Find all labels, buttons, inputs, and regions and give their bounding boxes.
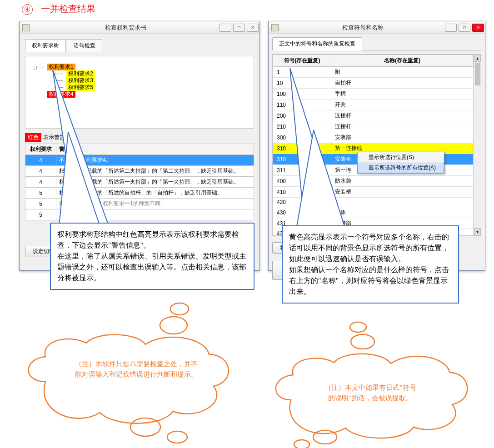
svg-point-7 xyxy=(167,431,187,443)
maximize-button[interactable]: □ xyxy=(459,24,470,32)
cloud-note-right: （注）本文中如果有日式"符号的说明"的话，会被误提取。 xyxy=(302,383,439,403)
svg-point-11 xyxy=(294,440,309,448)
legend-chip-red: 红色 xyxy=(25,133,41,142)
minimize-button[interactable]: — xyxy=(220,24,231,32)
claim-tag[interactable]: 权利要求1 xyxy=(47,64,75,70)
svg-point-5 xyxy=(160,317,187,334)
minimize-button[interactable]: — xyxy=(445,24,457,32)
window-title: 检查符号和名称 xyxy=(281,24,444,32)
scroll-up-button[interactable]: ▲ xyxy=(474,55,481,62)
tab-duplicate-check[interactable]: 正文中的符号和名称的重复检查 xyxy=(272,37,362,50)
scroll-down-button[interactable]: ▼ xyxy=(474,228,481,235)
titlebar: 检查权利要求书 — □ ✕ xyxy=(20,21,259,34)
cloud-right-shape xyxy=(254,314,486,448)
svg-point-10 xyxy=(313,430,337,444)
svg-marker-1 xyxy=(59,132,100,226)
svg-point-6 xyxy=(130,418,160,436)
tab-claims-tree[interactable]: 权利要求树 xyxy=(25,39,66,52)
tabs: 权利要求树 语句检查 xyxy=(25,39,254,52)
scroll-thumb[interactable] xyxy=(475,63,480,85)
titlebar: 检查符号和名称 — □ ✕ xyxy=(269,21,485,34)
col-symbol[interactable]: 符号(存在重复) xyxy=(273,55,331,67)
close-button[interactable]: ✕ xyxy=(472,24,484,32)
step-title: 一并检查结果 xyxy=(41,4,95,14)
callout-right: 黄色高亮显示表示一个符号对应多个名称，右击的话可以用不同的背景色显示所选符号的所… xyxy=(282,225,459,304)
window-title: 检查权利要求书 xyxy=(32,24,219,32)
app-icon xyxy=(271,24,279,31)
callout-pointer-left2 xyxy=(50,132,141,232)
close-button[interactable]: ✕ xyxy=(247,24,259,32)
svg-point-4 xyxy=(170,303,189,315)
callout-pointer-right2 xyxy=(291,130,382,234)
tree-node[interactable]: □── 权利要求1 xyxy=(34,64,245,70)
maximize-button[interactable]: □ xyxy=(233,24,245,32)
scrollbar[interactable]: ▲ ▼ xyxy=(474,55,481,235)
tab-sentence-check[interactable]: 语句检查 xyxy=(67,39,102,52)
app-icon xyxy=(22,24,30,31)
svg-point-9 xyxy=(351,334,374,349)
step-header: ④ 一并检查结果 xyxy=(22,3,95,15)
svg-point-8 xyxy=(350,322,366,332)
cloud-note-left: （注）本软件只提示需要检查之处，并不能对误输入和记载错误进行判断和提示。 xyxy=(57,359,216,379)
svg-marker-3 xyxy=(296,130,345,229)
callout-left: 权利要求树形结构中红色高亮显示表示该权利要求需要检查，下边会显示"警告信息"。在… xyxy=(50,223,254,290)
col-name[interactable]: 名称(存在重复) xyxy=(331,55,474,67)
step-number: ④ xyxy=(22,4,33,15)
